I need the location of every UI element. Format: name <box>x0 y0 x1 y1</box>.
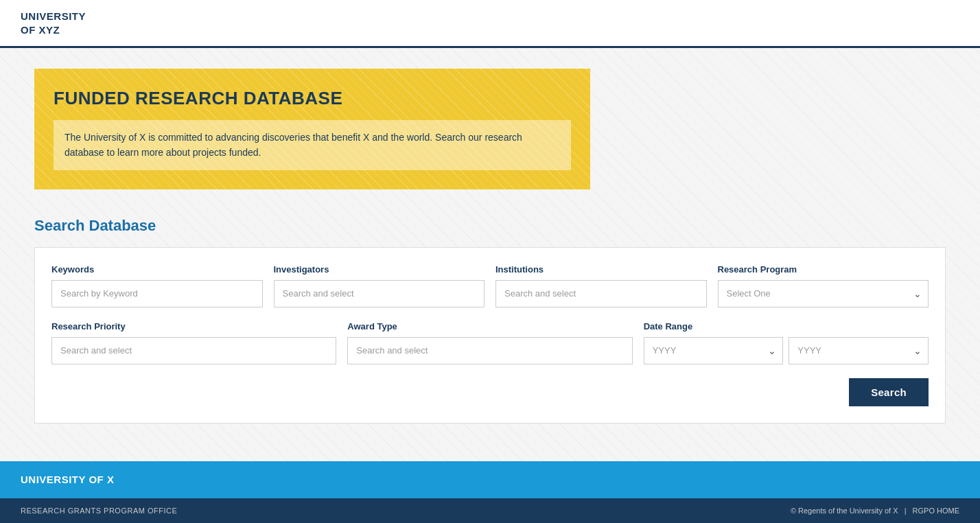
research-program-select-wrapper: Select One ⌄ <box>718 280 929 307</box>
rgpo-home-link[interactable]: RGPO HOME <box>913 507 959 515</box>
hero-description: The University of X is committed to adva… <box>54 120 571 170</box>
award-type-label: Award Type <box>347 321 632 332</box>
research-program-label: Research Program <box>718 264 929 275</box>
footer-office-name: RESEARCH GRANTS PROGRAM OFFICE <box>21 507 177 515</box>
footer-separator: | <box>905 507 907 515</box>
site-logo: UNIVERSITY OF XYZ <box>21 10 959 36</box>
investigators-input[interactable] <box>274 280 485 307</box>
search-section-title: Search Database <box>34 217 946 235</box>
site-header: UNIVERSITY OF XYZ <box>0 0 980 48</box>
search-form-row-1: Keywords Investigators Institutions Rese… <box>51 264 929 307</box>
research-priority-group: Research Priority <box>51 321 336 364</box>
keywords-label: Keywords <box>51 264 263 275</box>
hero-title: FUNDED RESEARCH DATABASE <box>54 88 571 109</box>
date-from-wrapper: YYYY 201520162017 201820192020 202120222… <box>644 337 784 364</box>
date-range-group: Date Range YYYY 201520162017 20182019202… <box>644 321 929 364</box>
award-type-group: Award Type <box>347 321 632 364</box>
investigators-label: Investigators <box>274 264 485 275</box>
search-form-container: Keywords Investigators Institutions Rese… <box>34 247 946 423</box>
date-range-inputs: YYYY 201520162017 201820192020 202120222… <box>644 337 929 364</box>
investigators-group: Investigators <box>274 264 485 307</box>
research-program-select[interactable]: Select One <box>718 280 929 307</box>
hero-banner: FUNDED RESEARCH DATABASE The University … <box>34 69 590 189</box>
institutions-label: Institutions <box>495 264 707 275</box>
keywords-input[interactable] <box>51 280 263 307</box>
research-priority-input[interactable] <box>51 337 336 364</box>
footer-copyright: © Regents of the University of X <box>791 507 898 515</box>
footer-copyright-area: © Regents of the University of X | RGPO … <box>791 507 959 515</box>
award-type-input[interactable] <box>347 337 632 364</box>
date-from-select[interactable]: YYYY 201520162017 201820192020 202120222… <box>644 337 784 364</box>
date-range-label: Date Range <box>644 321 929 332</box>
date-to-select[interactable]: YYYY 201520162017 201820192020 202120222… <box>789 337 929 364</box>
site-footer: UNIVERSITY OF X RESEARCH GRANTS PROGRAM … <box>0 461 980 523</box>
institutions-input[interactable] <box>495 280 707 307</box>
search-form-row-2: Research Priority Award Type Date Range … <box>51 321 929 364</box>
keywords-group: Keywords <box>51 264 263 307</box>
research-priority-label: Research Priority <box>51 321 336 332</box>
research-program-group: Research Program Select One ⌄ <box>718 264 929 307</box>
form-actions: Search <box>51 378 929 406</box>
search-button[interactable]: Search <box>849 378 929 406</box>
footer-bottom: RESEARCH GRANTS PROGRAM OFFICE © Regents… <box>0 498 980 523</box>
footer-top: UNIVERSITY OF X <box>0 461 980 498</box>
date-to-wrapper: YYYY 201520162017 201820192020 202120222… <box>789 337 929 364</box>
institutions-group: Institutions <box>495 264 707 307</box>
footer-university-name: UNIVERSITY OF X <box>21 474 114 485</box>
main-content: FUNDED RESEARCH DATABASE The University … <box>0 48 980 461</box>
